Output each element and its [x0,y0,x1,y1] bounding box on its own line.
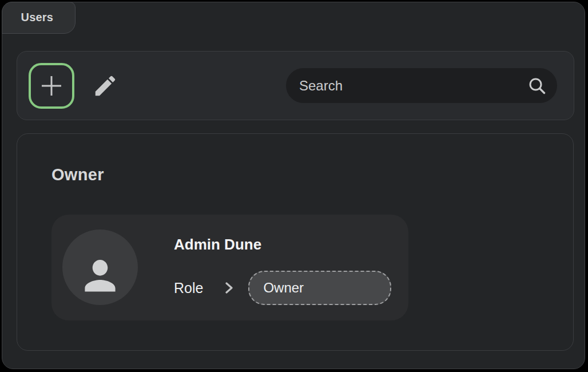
add-user-button[interactable] [29,63,74,109]
section-title: Owner [51,165,104,184]
toolbar [17,51,574,120]
user-info: Admin Dune Role Owner [174,215,408,320]
role-chip[interactable]: Owner [248,271,391,305]
pencil-icon [92,73,118,99]
role-chip-label: Owner [263,280,304,296]
search-input[interactable] [298,77,527,94]
role-label: Role [174,280,203,296]
chevron-right-icon [222,281,236,295]
avatar [62,229,138,305]
user-name: Admin Dune [174,236,261,254]
edit-button[interactable] [92,72,119,100]
user-card[interactable]: Admin Dune Role Owner [51,215,408,320]
plus-icon [39,74,63,98]
owner-section-panel: Owner Admin Dune Role [17,133,574,351]
users-window: Users Owner [2,2,585,369]
search-field [286,68,557,103]
search-icon[interactable] [527,76,547,96]
person-icon [78,254,122,297]
app-background: Users Owner [0,0,588,372]
tab-users[interactable]: Users [2,2,76,34]
role-row: Role Owner [174,271,391,305]
tab-users-label: Users [21,11,54,24]
